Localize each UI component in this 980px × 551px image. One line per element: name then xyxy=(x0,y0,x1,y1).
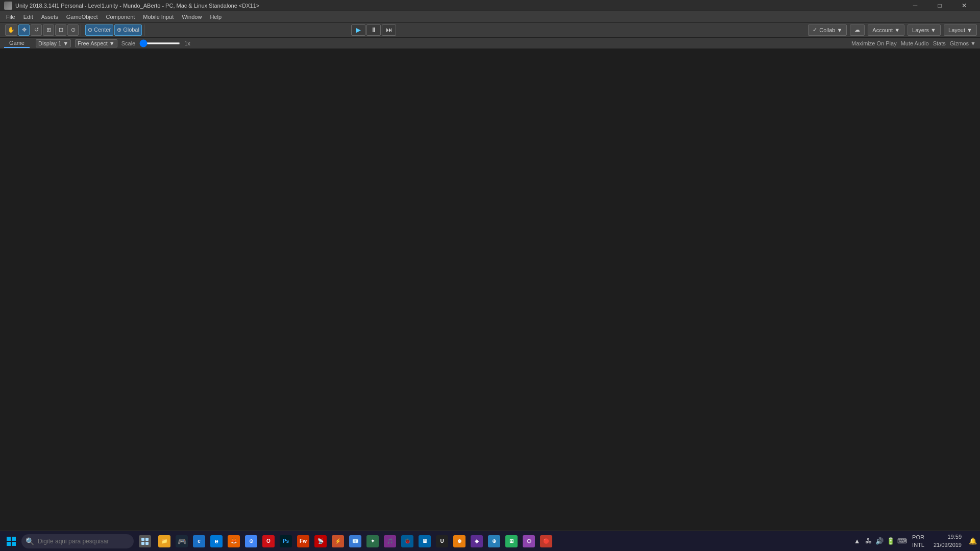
maximize-on-play-btn[interactable]: Maximize On Play xyxy=(851,40,897,46)
minimize-button[interactable]: ─ xyxy=(903,0,927,11)
scale-tool-btn[interactable]: ⊞ xyxy=(43,24,54,36)
app-icon-4[interactable]: 🎵 xyxy=(382,533,398,549)
filezilla-icon[interactable]: 📡 xyxy=(312,533,329,549)
cloud-button[interactable]: ☁ xyxy=(850,24,865,36)
tray-network-icon[interactable]: 🖧 xyxy=(863,536,873,546)
app-logo-4: 🎵 xyxy=(384,535,396,547)
menu-gameobject[interactable]: GameObject xyxy=(62,13,102,21)
unity-taskbar-icon[interactable]: U xyxy=(434,533,450,549)
tray-battery-icon[interactable]: 🔋 xyxy=(886,536,896,546)
display-dropdown[interactable]: Display 1 ▼ xyxy=(36,39,71,47)
app-logo-7: ⊕ xyxy=(488,535,500,547)
display-chevron: ▼ xyxy=(63,40,68,46)
svg-rect-46 xyxy=(141,538,144,541)
account-button[interactable]: Account ▼ xyxy=(868,24,904,36)
sys-tray-icons: ▲ 🖧 🔊 🔋 ⌨ xyxy=(852,536,907,546)
menu-assets[interactable]: Assets xyxy=(37,13,62,21)
menu-mobileinput[interactable]: Mobile Input xyxy=(139,13,178,21)
app-logo-8: ⊞ xyxy=(505,535,518,547)
menu-window[interactable]: Window xyxy=(178,13,206,21)
steam-icon[interactable]: 🎮 xyxy=(174,533,190,549)
language-indicator[interactable]: POR INTL xyxy=(909,534,927,548)
maximize-button[interactable]: □ xyxy=(928,0,951,11)
taskbar: 🔍 📁 🎮 xyxy=(0,531,980,551)
rotate-tool-btn[interactable]: ↺ xyxy=(31,24,42,36)
fireworks-icon[interactable]: Fw xyxy=(295,533,311,549)
vscode-logo: ◈ xyxy=(471,535,483,547)
vscode-icon[interactable]: ◈ xyxy=(469,533,485,549)
mute-audio-btn[interactable]: Mute Audio xyxy=(901,40,929,46)
edge-icon[interactable]: e xyxy=(208,533,225,549)
layout-label: Layout ▼ xyxy=(948,27,972,33)
svg-rect-48 xyxy=(141,542,144,545)
opera-icon[interactable]: O xyxy=(260,533,277,549)
scale-slider[interactable] xyxy=(139,42,180,44)
file-explorer-icon[interactable]: 📁 xyxy=(156,533,173,549)
app-icon-6[interactable]: 🖥 xyxy=(416,533,433,549)
app-icon-3[interactable]: ✦ xyxy=(364,533,381,549)
collab-icon: ✓ xyxy=(813,27,817,33)
taskbar-search[interactable] xyxy=(21,534,134,548)
task-view-btn[interactable] xyxy=(137,533,153,549)
collab-button[interactable]: ✓ Collab ▼ xyxy=(808,24,847,36)
menu-component[interactable]: Component xyxy=(102,13,139,21)
stats-btn[interactable]: Stats xyxy=(933,40,946,46)
pause-button[interactable]: ⏸ xyxy=(366,24,381,36)
chrome-logo: ⊙ xyxy=(245,535,257,547)
rect-tool-btn[interactable]: ⊡ xyxy=(55,24,66,36)
svg-rect-45 xyxy=(12,542,16,546)
transform-tool-btn[interactable]: ⊙ xyxy=(67,24,79,36)
notification-icon[interactable]: 🔔 xyxy=(968,536,978,546)
app-logo-3: ✦ xyxy=(366,535,379,547)
gizmos-btn[interactable]: Gizmos ▼ xyxy=(950,40,976,46)
blender-icon[interactable]: ⊛ xyxy=(451,533,468,549)
tray-keyboard-icon[interactable]: ⌨ xyxy=(897,536,907,546)
filezilla-logo: 📡 xyxy=(314,535,327,547)
scale-label: Scale xyxy=(121,40,136,46)
layout-button[interactable]: Layout ▼ xyxy=(944,24,977,36)
aspect-dropdown[interactable]: Free Aspect ▼ xyxy=(75,39,117,47)
clock-date: 21/09/2019 xyxy=(934,541,962,549)
move-tool-btn[interactable]: ✥ xyxy=(18,24,30,36)
app-icon-10[interactable]: 🔴 xyxy=(538,533,554,549)
ie-icon[interactable]: e xyxy=(191,533,207,549)
task-view-icon-svg xyxy=(141,537,149,545)
svg-rect-44 xyxy=(7,542,11,546)
app-icon-7[interactable]: ⊕ xyxy=(486,533,502,549)
file-explorer-logo: 📁 xyxy=(158,535,170,547)
pivot-center-btn[interactable]: ⊙ Center xyxy=(85,24,113,36)
blender-logo: ⊛ xyxy=(453,535,465,547)
menu-edit[interactable]: Edit xyxy=(19,13,37,21)
system-clock[interactable]: 19:59 21/09/2019 xyxy=(929,533,966,549)
menu-help[interactable]: Help xyxy=(206,13,226,21)
play-button[interactable]: ▶ xyxy=(351,24,365,36)
game-tab[interactable]: Game xyxy=(4,39,30,48)
firefox-icon[interactable]: 🦊 xyxy=(226,533,242,549)
app-icon-8[interactable]: ⊞ xyxy=(503,533,520,549)
photoshop-icon[interactable]: Ps xyxy=(278,533,294,549)
photoshop-logo: Ps xyxy=(280,535,292,547)
app-icon-2[interactable]: 📧 xyxy=(347,533,363,549)
aspect-label: Free Aspect xyxy=(78,40,108,46)
toolbar-transform-group: ✋ ✥ ↺ ⊞ ⊡ ⊙ xyxy=(3,24,81,36)
layers-label: Layers ▼ xyxy=(912,27,936,33)
step-button[interactable]: ⏭ xyxy=(382,24,396,36)
hand-tool-btn[interactable]: ✋ xyxy=(5,24,17,36)
window-title: Unity 2018.3.14f1 Personal - Level1.unit… xyxy=(15,3,259,9)
tray-arrow-icon[interactable]: ▲ xyxy=(852,536,862,546)
layers-button[interactable]: Layers ▼ xyxy=(908,24,941,36)
app-icon-9[interactable]: ⬡ xyxy=(521,533,537,549)
game-tab-label: Game xyxy=(9,40,24,46)
app-icon-1[interactable]: ⚡ xyxy=(330,533,346,549)
chrome-icon[interactable]: ⊙ xyxy=(243,533,259,549)
app-icon-5[interactable]: 🐞 xyxy=(399,533,415,549)
start-button[interactable] xyxy=(2,532,20,550)
close-button[interactable]: ✕ xyxy=(952,0,976,11)
pivot-global-btn[interactable]: ⊕ Global xyxy=(114,24,142,36)
lang-secondary: INTL xyxy=(912,541,924,548)
collab-label: Collab ▼ xyxy=(819,27,842,33)
tray-volume-icon[interactable]: 🔊 xyxy=(874,536,885,546)
svg-rect-43 xyxy=(12,537,16,541)
menu-file[interactable]: File xyxy=(2,13,19,21)
app-logo-9: ⬡ xyxy=(523,535,535,547)
